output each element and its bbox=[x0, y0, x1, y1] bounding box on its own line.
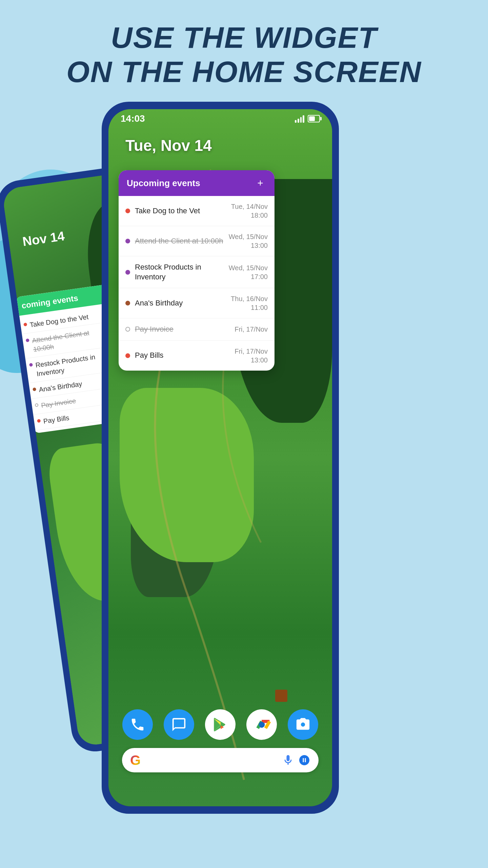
event-name: Pay Bills bbox=[135, 351, 230, 360]
chrome-app-icon[interactable] bbox=[246, 709, 277, 740]
camera-app-icon[interactable] bbox=[288, 709, 318, 740]
battery-icon bbox=[308, 115, 320, 122]
list-item: Take Dog to the Vet Tue, 14/Nov18:00 bbox=[119, 196, 274, 226]
dot-icon bbox=[29, 363, 33, 367]
list-item: Ana's Birthday Thu, 16/Nov11:00 bbox=[119, 288, 274, 318]
list-item: Attend the Client at 10:00h Wed, 15/Nov1… bbox=[119, 226, 274, 256]
dock-apps bbox=[122, 709, 318, 740]
dot-red-icon bbox=[125, 353, 130, 358]
widget-add-button[interactable]: + bbox=[254, 177, 266, 189]
widget-header: Upcoming events + bbox=[119, 170, 274, 196]
event-name: Restock Products in Inventory bbox=[135, 262, 224, 282]
svg-point-2 bbox=[259, 722, 264, 727]
status-icons bbox=[295, 115, 320, 123]
microphone-icon bbox=[282, 754, 294, 766]
event-date: Wed, 15/Nov13:00 bbox=[229, 232, 268, 250]
event-name: Attend the Client at 10:00h bbox=[135, 236, 224, 246]
upcoming-events-widget: Upcoming events + Take Dog to the Vet Tu… bbox=[119, 170, 274, 371]
event-name: Ana's Birthday bbox=[135, 298, 226, 308]
event-text: Attend the Client at 10:00h bbox=[135, 236, 224, 246]
header-title: USE THE WIDGET ON THE HOME SCREEN bbox=[0, 0, 488, 89]
dot-outline-icon bbox=[35, 403, 38, 407]
dot-purple-icon bbox=[125, 239, 130, 243]
dot-purple-icon bbox=[125, 270, 130, 275]
play-store-app-icon[interactable] bbox=[205, 709, 236, 740]
dot-red-icon bbox=[125, 209, 130, 213]
event-date: Fri, 17/Nov bbox=[235, 325, 268, 334]
event-date: Fri, 17/Nov13:00 bbox=[235, 347, 268, 364]
list-item: Pay Invoice Fri, 17/Nov bbox=[119, 318, 274, 341]
dot-icon bbox=[37, 419, 41, 423]
event-text: Take Dog to the Vet bbox=[135, 206, 226, 216]
dot-icon bbox=[26, 338, 29, 342]
dot-brown-icon bbox=[125, 301, 130, 305]
dot-icon bbox=[23, 322, 27, 326]
wallpaper-date: Tue, Nov 14 bbox=[125, 136, 212, 155]
status-bar: 14:03 bbox=[108, 109, 332, 128]
event-text: Pay Bills bbox=[135, 351, 230, 360]
dot-icon bbox=[33, 388, 36, 391]
event-name: Pay Invoice bbox=[135, 324, 230, 334]
dock-area: G bbox=[108, 709, 332, 772]
event-name: Take Dog to the Vet bbox=[135, 206, 226, 216]
status-time: 14:03 bbox=[121, 113, 145, 124]
phone-back-widget-title: coming events bbox=[21, 293, 79, 310]
phone-front: 14:03 Tue, Nov 14 bbox=[102, 102, 339, 814]
phone-app-icon[interactable] bbox=[122, 709, 153, 740]
header-line2: ON THE HOME SCREEN bbox=[66, 55, 422, 88]
dot-outline-icon bbox=[125, 327, 130, 332]
phone-front-screen: 14:03 Tue, Nov 14 bbox=[108, 109, 332, 806]
phones-area: Nov 14 coming events Take Dog to the Vet… bbox=[34, 102, 454, 868]
widget-title: Upcoming events bbox=[127, 178, 200, 189]
event-date: Thu, 16/Nov11:00 bbox=[231, 294, 268, 312]
messages-app-icon[interactable] bbox=[164, 709, 194, 740]
lens-icon bbox=[298, 754, 310, 766]
google-search-bar[interactable]: G bbox=[122, 748, 319, 772]
event-text: Ana's Birthday bbox=[135, 298, 226, 308]
list-item: Restock Products in Inventory Wed, 15/No… bbox=[119, 256, 274, 288]
header-line1: USE THE WIDGET bbox=[111, 21, 377, 54]
signal-icon bbox=[295, 115, 304, 123]
event-date: Tue, 14/Nov18:00 bbox=[231, 202, 268, 220]
header-section: USE THE WIDGET ON THE HOME SCREEN bbox=[0, 0, 488, 89]
google-logo: G bbox=[130, 753, 141, 768]
event-text: Restock Products in Inventory bbox=[135, 262, 224, 282]
list-item: Pay Bills Fri, 17/Nov13:00 bbox=[119, 341, 274, 371]
event-date: Wed, 15/Nov17:00 bbox=[229, 263, 268, 281]
widget-items: Take Dog to the Vet Tue, 14/Nov18:00 Att… bbox=[119, 196, 274, 371]
event-text: Pay Invoice bbox=[135, 324, 230, 334]
